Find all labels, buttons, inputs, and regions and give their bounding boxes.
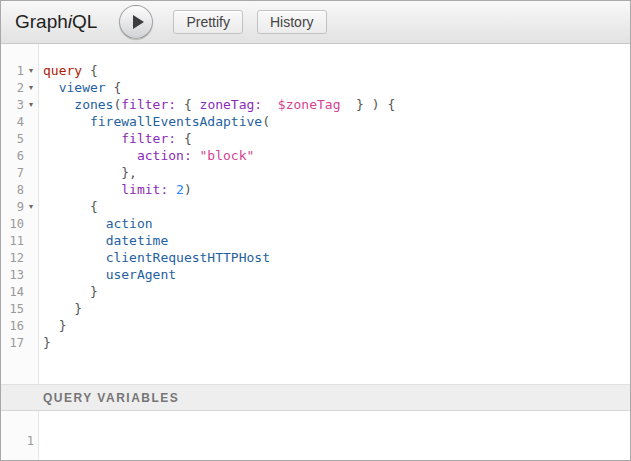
- line-number: 12: [1, 251, 24, 265]
- fold-arrow-icon[interactable]: ▾: [24, 62, 38, 79]
- line-number: 8: [1, 183, 24, 197]
- gutter-row: 13: [1, 266, 38, 283]
- code-line: },: [43, 164, 630, 181]
- gutter-row[interactable]: 9▾: [1, 198, 38, 215]
- history-button[interactable]: History: [257, 10, 327, 34]
- logo-text-graph: Graph: [15, 11, 68, 32]
- fold-arrow-icon[interactable]: ▾: [24, 96, 38, 113]
- query-variables-header[interactable]: QUERY VARIABLES: [1, 384, 630, 411]
- line-number: 17: [1, 336, 24, 350]
- line-number: 14: [1, 285, 24, 299]
- gutter-row: 16: [1, 317, 38, 334]
- query-editor-gutter[interactable]: 1▾2▾3▾456789▾1011121314151617: [1, 44, 39, 384]
- execute-query-button[interactable]: [119, 5, 153, 39]
- line-number: 10: [1, 217, 24, 231]
- line-number: 5: [1, 132, 24, 146]
- graphiql-window: GraphiQL Prettify History 1▾2▾3▾456789▾1…: [0, 0, 631, 461]
- code-line: }: [43, 300, 630, 317]
- code-line: firewallEventsAdaptive(: [43, 113, 630, 130]
- code-line: zones(filter: { zoneTag: $zoneTag } ) {: [43, 96, 630, 113]
- play-icon: [133, 15, 144, 29]
- gutter-row: 7: [1, 164, 38, 181]
- gutter-row: 11: [1, 232, 38, 249]
- variables-editor-code[interactable]: {"zoneTag":""}: [39, 411, 630, 460]
- prettify-button[interactable]: Prettify: [173, 10, 243, 34]
- code-line: viewer {: [43, 79, 630, 96]
- gutter-row[interactable]: 1▾: [1, 62, 38, 79]
- code-line: action: [43, 215, 630, 232]
- line-number: 9: [1, 200, 24, 214]
- query-editor-code[interactable]: query { viewer { zones(filter: { zoneTag…: [39, 44, 630, 384]
- code-line: userAgent: [43, 266, 630, 283]
- graphiql-logo: GraphiQL: [15, 11, 97, 33]
- line-number: 1: [1, 64, 24, 78]
- gutter-row[interactable]: 2▾: [1, 79, 38, 96]
- toolbar: GraphiQL Prettify History: [1, 1, 630, 44]
- code-line: }: [43, 334, 630, 351]
- gutter-row: 10: [1, 215, 38, 232]
- code-line: query {: [43, 62, 630, 79]
- code-line: limit: 2): [43, 181, 630, 198]
- variables-editor-gutter[interactable]: 1: [1, 411, 39, 460]
- line-number: 13: [1, 268, 24, 282]
- gutter-row: 17: [1, 334, 38, 351]
- gutter-row: 4: [1, 113, 38, 130]
- line-number: 6: [1, 149, 24, 163]
- line-number: 7: [1, 166, 24, 180]
- line-number: 3: [1, 98, 24, 112]
- line-number: 4: [1, 115, 24, 129]
- gutter-row[interactable]: 3▾: [1, 96, 38, 113]
- query-editor[interactable]: 1▾2▾3▾456789▾1011121314151617 query { vi…: [1, 44, 630, 384]
- gutter-row: 12: [1, 249, 38, 266]
- variables-editor[interactable]: 1 {"zoneTag":""}: [1, 411, 630, 460]
- code-line: }: [43, 317, 630, 334]
- code-line: datetime: [43, 232, 630, 249]
- fold-arrow-icon[interactable]: ▾: [24, 198, 38, 215]
- code-line: action: "block": [43, 147, 630, 164]
- line-number: 16: [1, 319, 24, 333]
- fold-arrow-icon[interactable]: ▾: [24, 79, 38, 96]
- code-line: }: [43, 283, 630, 300]
- line-number: 11: [1, 234, 24, 248]
- code-line: {: [43, 198, 630, 215]
- gutter-row: 6: [1, 147, 38, 164]
- gutter-row: 8: [1, 181, 38, 198]
- gutter-row: 1: [1, 432, 38, 449]
- line-number: 15: [1, 302, 24, 316]
- logo-text-ql: QL: [72, 11, 97, 32]
- code-line: clientRequestHTTPHost: [43, 249, 630, 266]
- line-number: 1: [1, 434, 34, 448]
- query-variables-title: QUERY VARIABLES: [43, 391, 179, 405]
- gutter-row: 14: [1, 283, 38, 300]
- gutter-row: 5: [1, 130, 38, 147]
- line-number: 2: [1, 81, 24, 95]
- code-line: filter: {: [43, 130, 630, 147]
- gutter-row: 15: [1, 300, 38, 317]
